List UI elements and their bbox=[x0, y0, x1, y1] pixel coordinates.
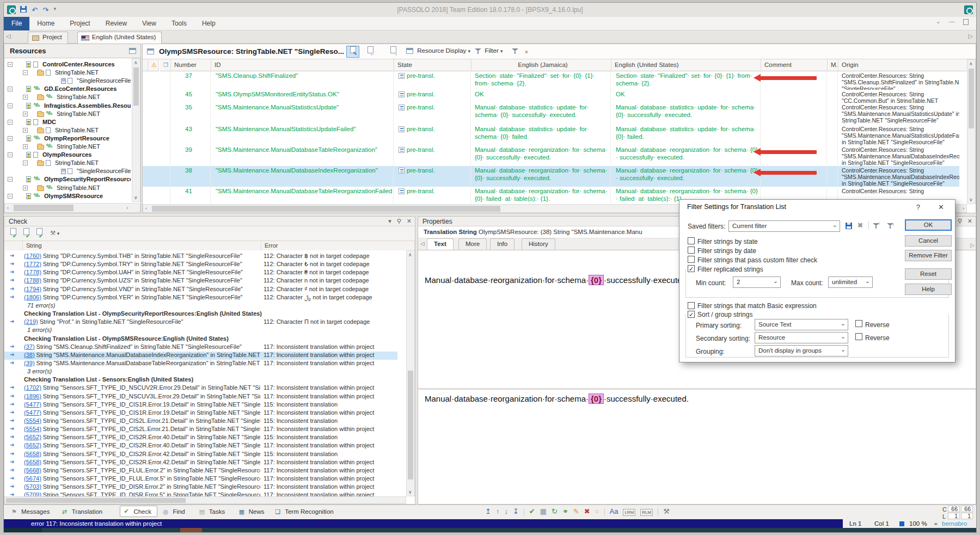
goto-string-icon[interactable]: ➔ bbox=[10, 393, 14, 399]
chevron-down-icon[interactable]: ⌄ bbox=[935, 18, 940, 24]
grouping-select[interactable]: Don't display in groups bbox=[755, 345, 848, 356]
tree-expander-icon[interactable]: − bbox=[8, 87, 13, 91]
previous-string-button[interactable]: ← bbox=[364, 46, 377, 58]
string-number-link[interactable]: (5658) bbox=[24, 451, 41, 457]
goto-string-icon[interactable]: ➔ bbox=[10, 294, 14, 300]
check-row-1806[interactable]: ➔(1806) String "DP.Currency.Symbol.YER" … bbox=[4, 294, 397, 302]
goto-string-icon[interactable]: ➔ bbox=[10, 401, 14, 407]
tree-expander-icon[interactable]: − bbox=[23, 161, 28, 165]
filter-checkbox-2[interactable] bbox=[688, 256, 695, 263]
tree-item-mdc[interactable]: −MDC bbox=[4, 118, 131, 126]
goto-string-icon[interactable]: ➔ bbox=[10, 261, 14, 267]
goto-string-icon[interactable]: ➔ bbox=[10, 318, 14, 324]
resources-panel-icon[interactable] bbox=[129, 48, 136, 54]
resources-hscrollbar[interactable]: ‹› bbox=[4, 203, 140, 213]
check-list-button[interactable]: ✔ bbox=[20, 227, 33, 239]
remove-filter-button[interactable]: Remove Filter bbox=[905, 250, 952, 261]
menu-item-help[interactable]: Help bbox=[194, 17, 223, 30]
column-header-state[interactable]: State bbox=[394, 59, 471, 71]
tree-expander-icon[interactable]: − bbox=[8, 62, 13, 67]
tree-expander-icon[interactable]: − bbox=[8, 103, 13, 108]
check-row-5668[interactable]: ➔(5668) String "Sensors.SFT_TYPE_ID_FLUL… bbox=[4, 467, 397, 475]
string-number-link[interactable]: (1760) bbox=[24, 253, 41, 259]
string-number-link[interactable]: (1896) bbox=[24, 393, 41, 399]
qat-customize-icon[interactable]: ▾ bbox=[53, 6, 56, 11]
redo-icon[interactable]: ↷ bbox=[42, 6, 48, 14]
collapsed-panel-chevron-icon[interactable]: ▷ bbox=[970, 242, 975, 248]
next-string-button[interactable]: → bbox=[387, 46, 400, 58]
tree-expander-icon[interactable]: − bbox=[8, 152, 13, 157]
clear-filter-button[interactable]: ✕ bbox=[512, 47, 524, 54]
translation-row-39[interactable]: 39"SMS.Maintenance.ManualDatabaseTableRe… bbox=[143, 145, 959, 166]
string-number-link[interactable]: (1788) bbox=[24, 277, 41, 284]
check-row-1702[interactable]: ➔(1702) String "Sensors.SFT_TYPE_ID_NSCU… bbox=[4, 384, 397, 392]
bottom-tab-translation[interactable]: ⇄Translation bbox=[59, 507, 108, 518]
save-icon[interactable] bbox=[20, 6, 27, 13]
check-row-1760[interactable]: ➔(1760) String "DP.Currency.Symbol.THB" … bbox=[4, 253, 397, 261]
bottom-tab-term-recognition[interactable]: ❏Term Recognition bbox=[272, 507, 339, 518]
menu-item-file[interactable]: File bbox=[4, 17, 29, 30]
secondary-reverse-checkbox[interactable] bbox=[855, 333, 862, 340]
primary-reverse-checkbox[interactable] bbox=[855, 320, 862, 327]
string-number-link[interactable]: (1806) bbox=[24, 294, 41, 300]
check-string-button[interactable]: ✔ bbox=[33, 227, 46, 239]
goto-string-icon[interactable]: ➔ bbox=[10, 269, 14, 275]
column-header-warning-icon[interactable]: ⚠ bbox=[148, 59, 159, 71]
menu-item-review[interactable]: Review bbox=[98, 17, 134, 30]
help-button[interactable]: ? bbox=[916, 203, 920, 211]
tree-expander-icon[interactable]: + bbox=[23, 95, 28, 100]
sort-group-checkbox[interactable]: ✓ bbox=[688, 311, 695, 318]
restore-icon[interactable] bbox=[963, 19, 969, 25]
translation-row-43[interactable]: 43"SMS.Maintenance.ManualStatisticsUpdat… bbox=[143, 125, 959, 145]
close-icon[interactable]: ✕ bbox=[407, 218, 412, 224]
tree-expander-icon[interactable]: + bbox=[23, 186, 28, 190]
check-row-5709[interactable]: ➔(5709) String "Sensors.SFT_TYPE_ID_DISR… bbox=[4, 491, 397, 496]
check-row-1778[interactable]: ➔(1778) String "DP.Currency.Symbol.UAH" … bbox=[4, 269, 397, 277]
tree-item-gd-ecocenter-resources[interactable]: −✎✎GD.EcoCenter.Resources bbox=[4, 85, 131, 93]
tree-item-infragistics-assemblies-resour[interactable]: −✎✎Infragistics.Assemblies.Resour bbox=[4, 102, 131, 110]
check-row-5477[interactable]: ➔(5477) String "Sensors.SFT_TYPE_ID_CIS1… bbox=[4, 409, 397, 417]
minimize-icon[interactable]: — bbox=[949, 18, 955, 24]
link-icon[interactable]: ⚭ bbox=[562, 507, 568, 515]
check-row-1794[interactable]: ➔(1794) String "DP.Currency.Symbol.VND" … bbox=[4, 286, 397, 294]
tree-expander-icon[interactable]: − bbox=[8, 194, 13, 199]
check-row-5703[interactable]: ➔(5703) String "Sensors.SFT_TYPE_ID_DISR… bbox=[4, 483, 397, 491]
translation-row-38[interactable]: 38"SMS.Maintenance.ManualDatabaseIndexRe… bbox=[143, 166, 959, 187]
check-row-1896[interactable]: ➔(1896) String "Sensors.SFT_TYPE_ID_NSCU… bbox=[4, 393, 397, 401]
saved-filters-select[interactable]: Current filter bbox=[728, 220, 840, 232]
delete-icon[interactable]: ✖ bbox=[584, 507, 590, 515]
string-number-link[interactable]: (5709) bbox=[24, 491, 41, 496]
tree-item-stringtable-net[interactable]: +✎✎StringTable.NET bbox=[4, 184, 131, 192]
filter-checkbox-1[interactable] bbox=[688, 247, 695, 254]
goto-string-icon[interactable]: ➔ bbox=[10, 451, 14, 457]
tree-item-stringtable-net[interactable]: +✎✎StringTable.NET bbox=[4, 110, 131, 118]
tree-expander-icon[interactable]: − bbox=[23, 70, 28, 75]
pin-icon[interactable]: ⚲ bbox=[958, 218, 962, 224]
undo-icon[interactable]: ↶ bbox=[32, 6, 38, 14]
goto-string-icon[interactable]: ➔ bbox=[10, 277, 14, 283]
check-row-5554[interactable]: ➔(5554) String "Sensors.SFT_TYPE_ID_CIS2… bbox=[4, 417, 397, 426]
check-vscrollbar[interactable]: ∧∨ bbox=[406, 250, 415, 496]
chevron-down-icon[interactable]: ▾ bbox=[388, 218, 391, 224]
string-number-link[interactable]: (38) bbox=[24, 352, 35, 358]
tree-item-olympresources[interactable]: −OlympResources bbox=[4, 151, 131, 159]
check-row-5658[interactable]: ➔(5658) String "Sensors.SFT_TYPE_ID_CIS2… bbox=[4, 459, 397, 467]
goto-string-icon[interactable]: ➔ bbox=[10, 467, 14, 473]
filter-checkbox-0[interactable] bbox=[688, 237, 695, 244]
column-header-m[interactable]: M. bbox=[828, 59, 838, 71]
grid-vscrollbar[interactable]: ∧∨ bbox=[967, 59, 976, 204]
check-hscrollbar[interactable] bbox=[4, 496, 406, 504]
grid-icon[interactable]: ▦ bbox=[540, 507, 547, 515]
filter-button[interactable]: Filter ▾ bbox=[475, 47, 503, 54]
tab-history[interactable]: History bbox=[522, 238, 555, 250]
goto-string-icon[interactable]: ➔ bbox=[10, 459, 14, 465]
check-project-button[interactable]: ✔ bbox=[7, 227, 20, 239]
delete-filter-icon[interactable]: ✖ bbox=[857, 222, 863, 229]
close-icon[interactable]: ✕ bbox=[967, 218, 972, 224]
string-number-link[interactable]: (5668) bbox=[24, 467, 41, 473]
goto-string-icon[interactable]: ➔ bbox=[10, 434, 14, 440]
string-number-link[interactable]: (5703) bbox=[24, 483, 41, 490]
tree-item--singleresourcefile-[interactable]: 10"SingleResourceFile" bbox=[4, 77, 131, 85]
edit-translation-button[interactable]: ✎ bbox=[346, 46, 359, 58]
move-down-icon[interactable]: ↓ bbox=[504, 507, 508, 515]
